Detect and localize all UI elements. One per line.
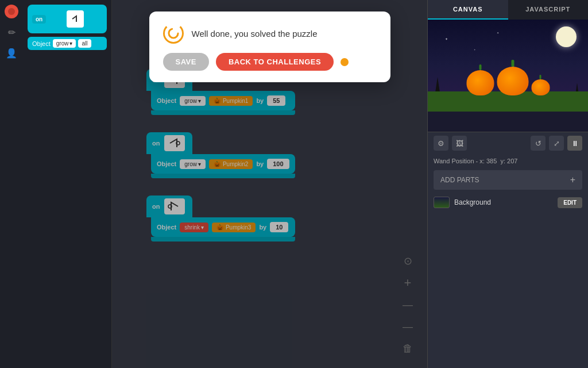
tabs: CANVAS JAVASCRIPT: [428, 0, 588, 20]
modal-message: Well done, you solved the puzzle: [192, 29, 318, 39]
wand-y: 207: [507, 158, 517, 164]
wand-x: 385: [486, 158, 497, 164]
add-parts-label: ADD PARTS: [440, 176, 479, 184]
svg-point-0: [8, 8, 15, 15]
on-block-icon: [67, 10, 84, 28]
expand-button[interactable]: ⤢: [549, 136, 564, 151]
screenshot-button[interactable]: 🖼: [452, 136, 467, 151]
pumpkin-2: [466, 70, 494, 95]
canvas-view: ✦ ✦ ✦ ✦: [428, 20, 588, 132]
object-toolbar: Object grow ▾ all: [28, 37, 107, 50]
canvas-controls: ⚙ 🖼 ↺ ⤢ ⏸: [428, 132, 588, 154]
object-panel: on Object grow ▾ all: [23, 0, 112, 368]
grow-dropdown-arrow: ▾: [69, 40, 72, 47]
success-icon: [163, 23, 184, 44]
sidebar-user-icon[interactable]: 👤: [5, 46, 18, 60]
gold-dot: [341, 58, 349, 66]
wand-label: Wand Position: [434, 158, 474, 164]
success-modal: Well done, you solved the puzzle SAVE BA…: [149, 12, 390, 82]
right-panel: CANVAS JAVASCRIPT ✦ ✦ ✦ ✦: [427, 0, 588, 368]
on-badge: on: [32, 15, 46, 24]
grow-dropdown[interactable]: grow ▾: [53, 39, 76, 48]
main-area: on Object grow ▾ 🎃 Pumpkin1: [112, 0, 427, 368]
add-parts-button[interactable]: ADD PARTS +: [434, 170, 582, 190]
modal-buttons: SAVE BACK TO CHALLENGES: [163, 53, 377, 71]
sidebar-edit-icon[interactable]: ✏: [5, 25, 18, 39]
tab-javascript[interactable]: JAVASCRIPT: [508, 0, 589, 20]
sidebar: ✏ 👤: [0, 0, 23, 368]
grow-dropdown-value: grow: [56, 40, 69, 47]
wand-position: Wand Position - x: 385 y: 207: [428, 154, 588, 168]
pause-button[interactable]: ⏸: [567, 136, 582, 151]
star-1: ✦: [445, 37, 448, 41]
save-button[interactable]: SAVE: [163, 53, 209, 71]
settings-button[interactable]: ⚙: [434, 136, 448, 151]
background-item: Background EDIT: [428, 192, 588, 213]
modal-header: Well done, you solved the puzzle: [163, 23, 377, 44]
moon: [556, 26, 577, 47]
pumpkin-3-container: [531, 75, 550, 95]
all-filter-btn[interactable]: all: [78, 39, 91, 48]
back-to-challenges-button[interactable]: BACK TO CHALLENGES: [216, 53, 334, 71]
object-label: Object: [32, 40, 51, 47]
pumpkin-1-container: [497, 60, 528, 95]
pumpkin-2-container: [466, 64, 494, 95]
tab-canvas[interactable]: CANVAS: [428, 0, 508, 20]
pumpkin-3: [531, 79, 550, 95]
sky-background: ✦ ✦ ✦ ✦: [428, 20, 588, 112]
edit-background-button[interactable]: EDIT: [558, 197, 582, 208]
add-parts-plus-icon: +: [570, 175, 575, 185]
pumpkin-1: [497, 67, 528, 95]
pumpkin-3-stem: [540, 75, 541, 79]
star-3: ✦: [497, 31, 499, 34]
on-block: on: [28, 5, 107, 33]
background-label: Background: [454, 198, 553, 206]
svg-point-4: [169, 29, 178, 38]
modal-overlay: Well done, you solved the puzzle SAVE BA…: [112, 0, 427, 368]
app-logo[interactable]: [5, 5, 18, 18]
pumpkin-group: [466, 60, 550, 95]
refresh-button[interactable]: ↺: [531, 136, 546, 151]
pumpkin-2-stem: [479, 64, 481, 70]
star-2: ✦: [474, 48, 475, 51]
pumpkin-1-stem: [511, 60, 514, 67]
background-thumbnail: [434, 197, 450, 208]
